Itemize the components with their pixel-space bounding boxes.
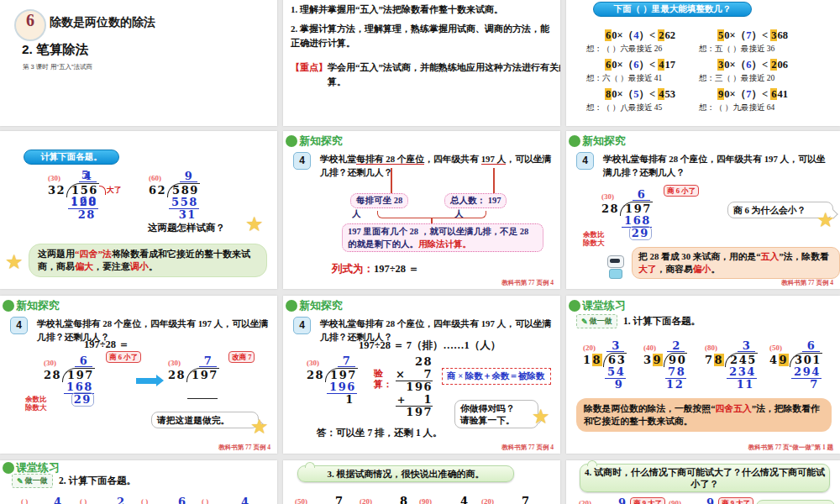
long-division-2: (60)9 62589 558 31 xyxy=(149,171,200,221)
section-header: 新知探究 xyxy=(286,298,343,313)
empty-work-line xyxy=(187,390,218,399)
key-point: 【重点】 学会用“五入”法试商，并能熟练地应用这种方法进行有关的计算。 xyxy=(291,60,560,89)
multiplicand: 28 xyxy=(396,356,433,369)
equation-label: 列式为： xyxy=(332,263,374,275)
thinking-hint: 想：（ ）六最接近 26 xyxy=(586,44,712,55)
green-bubble-stub xyxy=(756,500,835,504)
unit-char: 人 xyxy=(352,208,361,220)
thinking-hint: 想：（ ）八最接近 45 xyxy=(586,102,712,113)
remainder: 29 xyxy=(629,226,652,240)
inequality-problem: 60×（6）< 417 想：六（ ）最接近 41 xyxy=(586,58,712,84)
long-division-1: (30) 54 32156 160128 28 大了 xyxy=(48,171,99,221)
textbook-reference: 教科书第 77 页例 4 xyxy=(501,444,554,452)
per-row-label: 每排可坐 28 xyxy=(350,193,408,208)
section-header: 新知探究 xyxy=(286,134,343,149)
slide-thumbnail-12[interactable]: 4. 试商时，什么情况下商可能试大了？什么情况下商可能试小了？ (20) 9 商… xyxy=(566,460,840,504)
slide-thumbnail-2[interactable]: 1. 理解并掌握用“五入”法把除数看作整十数来试商。 2. 掌握计算方法，理解算… xyxy=(283,0,560,126)
practice-division-4: (50)6 49301 294 7 xyxy=(769,341,822,391)
bullet-icon xyxy=(286,300,297,312)
quotient: 7 xyxy=(338,356,355,367)
example-number: 4 xyxy=(576,152,594,170)
quotient-too-small-tag: 商 6 小了 xyxy=(664,185,699,197)
slide-thumbnail-3[interactable]: 下面（ ）里最大能填整数几？ 60×（4）< 262 想：（ ）六最接近 26 … xyxy=(566,0,840,126)
section-header: 新知探究 xyxy=(569,134,626,149)
quotient: 6 xyxy=(75,356,92,367)
objective-1: 1. 理解并掌握用“五入”法把除数看作整十数来试商。 xyxy=(291,3,554,17)
quotient: 6 xyxy=(633,190,650,201)
inequality-problem: 50×（7）< 368 想：五（ ）最接近 36 xyxy=(699,29,825,55)
multiply-row: ×7 xyxy=(396,369,433,382)
long-division: (30)7 28197 196 1 xyxy=(307,356,358,406)
instruction-bubble: 请把这道题做完。 xyxy=(151,412,259,428)
key-point-text: 学会用“五入”法试商，并能熟练地应用这种方法进行有关的计算。 xyxy=(328,62,560,87)
slide-thumbnail-8[interactable]: 新知探究 4 学校礼堂每排有 28 个座位，四年级共有 197 人，可以坐满几排… xyxy=(283,296,560,454)
thinking-hint: 想：五（ ）最接近 36 xyxy=(699,44,825,55)
change-quotient-tag: 改商 7 xyxy=(228,351,255,363)
slide-thumbnail-11[interactable]: 3. 根据试商情况，很快说出准确的商。 (50) 7 (20) 8 (90) 4… xyxy=(283,460,560,504)
question-title: 下面（ ）里最大能填整数几？ xyxy=(593,2,752,17)
quotient: 7 xyxy=(199,356,217,367)
example-number: 4 xyxy=(293,152,311,170)
practice-division-2: (40)2 3990 78 12 xyxy=(643,341,687,391)
rounding-hint: (30) xyxy=(168,359,181,367)
long-division-wrong: (30)6 28197 168 29 xyxy=(44,356,95,406)
do-it-badge: ✎做一做 xyxy=(576,314,617,328)
textbook-reference: 教科书第 77 页例 4 xyxy=(218,444,270,452)
bullet-icon xyxy=(569,135,580,147)
arrow-right-icon xyxy=(136,378,156,384)
star-icon: ★ xyxy=(245,214,264,234)
remainder-note: 余数比除数大 xyxy=(25,395,47,412)
rounding-hint: (30) xyxy=(44,359,56,367)
unit-number: 6 xyxy=(26,11,34,29)
word-problem: 学校礼堂每排有 28 个座位，四年级共有 197 人，可以坐满几排？还剩几人？ xyxy=(320,152,552,179)
quotient: 9 xyxy=(180,171,197,182)
product-row: 196 xyxy=(396,381,433,394)
task-banner: 3. 根据试商情况，很快说出准确的商。 xyxy=(297,465,514,482)
slide-thumbnail-4[interactable]: 计算下面各题。 (30) 54 32156 160128 28 大了 (60)9… xyxy=(0,131,277,289)
example-number: 4 xyxy=(293,317,311,334)
do-it-badge: ✎做一做 xyxy=(12,474,53,488)
section-title: 2. 笔算除法 xyxy=(22,41,88,59)
slide-thumbnail-9[interactable]: 课堂练习 ✎做一做 1. 计算下面各题。 (20)3 1863 54 9 (40… xyxy=(566,296,840,454)
divisor: 28 xyxy=(307,369,324,381)
inequality-problem: 90×（7）< 641 想：（ ）九最接近 64 xyxy=(699,87,825,113)
long-division: (30)6 28197 168 29 xyxy=(601,190,653,239)
product: 558 xyxy=(169,197,199,209)
explanation-bubble: 把 28 看成 30 来试商，用的是“五入”法，除数看大了，商容易偏小。 xyxy=(632,247,840,279)
slide-thumbnail-6[interactable]: 新知探究 4 学校礼堂每排有 28 个座位，四年级共有 197 人，可以坐满几排… xyxy=(566,131,840,289)
star-icon: ★ xyxy=(5,252,24,272)
practice-prompt: 2. 计算下面各题。 xyxy=(59,475,136,487)
word-problem: 学校礼堂每排有 28 个座位，四年级共有 197 人，可以坐满几排？还剩几人？ xyxy=(37,317,269,344)
section-header: 新知探究 xyxy=(3,298,60,313)
remainder: 29 xyxy=(71,392,94,407)
slide-thumbnail-1[interactable]: 6 除数是两位数的除法 2. 笔算除法 第 3 课时 用“五入”法试商 xyxy=(0,0,277,126)
rounding-hint: (30) xyxy=(307,359,319,367)
slide-thumbnail-7[interactable]: 新知探究 4 学校礼堂每排有 28 个座位，四年级共有 197 人，可以坐满几排… xyxy=(0,296,277,454)
slide-thumbnail-10[interactable]: 课堂练习 ✎做一做 2. 计算下面各题。 ( ) 4 ( ) 2 ( ) 6 (… xyxy=(0,460,277,504)
slide-thumbnail-5[interactable]: 新知探究 4 学校礼堂每排有 28 个座位，四年级共有 197 人，可以坐满几排… xyxy=(283,131,560,289)
underlined-phrase: 每排有 28 个座位 xyxy=(356,154,424,165)
analysis-box: 197 里面有几个 28 ，就可以坐满几排，不足 28 的就是剩下的人。用除法计… xyxy=(342,223,543,252)
robot-icon xyxy=(606,255,625,279)
dividend: 197 xyxy=(186,368,219,382)
unit-title: 除数是两位数的除法 xyxy=(50,15,155,30)
divisor: 28 xyxy=(44,369,61,381)
bullet-icon xyxy=(3,300,14,312)
verification-multiplication: 28 ×7 196 ＋1 197 xyxy=(396,356,433,419)
bullet-icon xyxy=(3,462,14,474)
result-equation: 197÷28 ＝ 7（排）……1（人） xyxy=(359,339,501,353)
star-icon: ★ xyxy=(816,210,835,230)
equation: 197÷28 ＝ xyxy=(84,338,129,352)
check-bubble: 你做得对吗？请验算一下。 xyxy=(454,400,538,428)
slide-grid: 6 除数是两位数的除法 2. 笔算除法 第 3 课时 用“五入”法试商 1. 理… xyxy=(0,0,840,504)
connector-line xyxy=(391,168,392,193)
bullet-icon xyxy=(569,300,580,312)
example-number: 4 xyxy=(10,317,28,334)
product: 196 xyxy=(327,381,357,394)
answer-sentence: 答：可以坐 7 排，还剩 1 人。 xyxy=(317,427,443,439)
brace-stem xyxy=(431,218,433,223)
divisor: 28 xyxy=(601,202,619,215)
question-text: 这两题怎样试商？ xyxy=(148,222,225,234)
total-label: 总人数： 197 xyxy=(444,193,507,208)
remainder-note: 余数比除数大 xyxy=(583,230,605,247)
